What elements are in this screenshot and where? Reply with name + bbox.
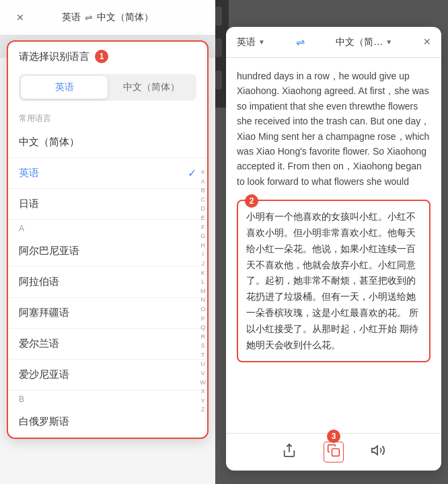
toggle-chinese[interactable]: 中文（简体） — [108, 76, 194, 99]
sound-icon[interactable] — [371, 443, 385, 461]
check-icon: ✓ — [188, 167, 196, 179]
share-icon[interactable] — [282, 443, 297, 462]
badge-3: 3 — [327, 430, 340, 443]
target-lang-label: 中文（简体） — [97, 11, 153, 24]
right-header: 英语 ▼ ⇌ 中文（简… ▼ × — [226, 27, 441, 58]
section-b-label: B — [8, 391, 207, 407]
swap-icon[interactable]: ⇌ — [85, 12, 93, 23]
right-panel: 英语 ▼ ⇌ 中文（简… ▼ × hundred days in a row，h… — [226, 27, 441, 471]
target-lang-selector[interactable]: 中文（简… ▼ — [336, 36, 392, 48]
svg-marker-2 — [372, 446, 377, 455]
badge-2: 2 — [245, 194, 258, 208]
dialog-title: 请选择识别语言 — [19, 50, 89, 63]
language-selection-dialog: 请选择识别语言 1 英语 中文（简体） 常用语言 中文（简体） 英语 ✓ 日语 … — [7, 40, 209, 439]
alpha-index: # A B C D E F G H I J K L M N O P Q R S … — [200, 168, 207, 414]
header-translate: 英语 ⇌ 中文（简体） — [62, 11, 153, 24]
svg-rect-1 — [332, 449, 340, 456]
lang-item-albanian[interactable]: 阿尔巴尼亚语 — [8, 236, 207, 267]
source-lang-text: 英语 — [237, 36, 256, 48]
a-language-list: 阿尔巴尼亚语 阿拉伯语 阿塞拜疆语 爱尔兰语 爱沙尼亚语 — [8, 236, 207, 391]
source-lang-selector[interactable]: 英语 ▼ — [237, 36, 265, 48]
left-header: × 英语 ⇌ 中文（简体） — [0, 0, 215, 36]
common-languages-label: 常用语言 — [8, 109, 207, 127]
toggle-english[interactable]: 英语 — [21, 76, 108, 99]
source-lang-label: 英语 — [62, 11, 81, 24]
b-language-list: 白俄罗斯语 — [8, 407, 207, 438]
close-right-button[interactable]: × — [423, 35, 431, 49]
language-toggle: 英语 中文（简体） — [19, 74, 196, 101]
close-button[interactable]: × — [11, 8, 30, 27]
common-language-list: 中文（简体） 英语 ✓ 日语 — [8, 127, 207, 220]
target-lang-text: 中文（简… — [336, 36, 383, 48]
lang-item-chinese-simplified[interactable]: 中文（简体） — [8, 127, 207, 158]
lang-item-belarusian[interactable]: 白俄罗斯语 — [8, 407, 207, 438]
target-lang-arrow: ▼ — [385, 38, 392, 46]
lang-item-arabic[interactable]: 阿拉伯语 — [8, 267, 207, 298]
source-lang-arrow: ▼ — [258, 38, 265, 46]
lang-item-estonian[interactable]: 爱沙尼亚语 — [8, 360, 207, 391]
lang-item-english[interactable]: 英语 ✓ — [8, 158, 207, 189]
source-text: hundred days in a row，he would give up X… — [237, 69, 431, 189]
left-panel: × 英语 ⇌ 中文（简体） 拍照请平行于辅助线 请选择识别语言 1 英语 中文（… — [0, 0, 215, 484]
toolbar-badge-wrapper: 3 — [282, 442, 385, 462]
badge-1: 1 — [95, 50, 108, 63]
translated-block: 2 小明有一个他喜欢的女孩叫小红。小红不喜欢小明。但小明非常喜欢小红。他每天给小… — [237, 200, 431, 362]
lang-item-azerbaijani[interactable]: 阿塞拜疆语 — [8, 298, 207, 329]
section-a-label: A — [8, 220, 207, 236]
translate-swap-icon[interactable]: ⇌ — [296, 36, 305, 48]
lang-item-irish[interactable]: 爱尔兰语 — [8, 329, 207, 360]
dialog-title-row: 请选择识别语言 1 — [8, 42, 207, 69]
translation-content: hundred days in a row，he would give up X… — [226, 58, 441, 433]
copy-icon[interactable] — [324, 442, 344, 462]
lang-item-japanese[interactable]: 日语 — [8, 189, 207, 220]
bottom-toolbar: 3 — [226, 433, 441, 471]
translated-text: 小明有一个他喜欢的女孩叫小红。小红不喜欢小明。但小明非常喜欢小红。他每天给小红一… — [246, 209, 421, 353]
